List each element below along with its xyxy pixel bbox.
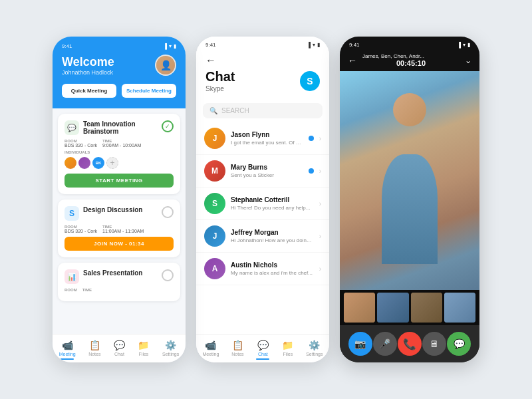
schedule-suffix: Meeting [152, 88, 172, 94]
signal-icon-2: ▐ [307, 42, 311, 48]
avatar-3: BK [92, 157, 104, 169]
individuals-label-1: INDIVIDUALS [65, 150, 174, 154]
back-button-3[interactable]: ← [348, 55, 357, 66]
wifi-icon: ▾ [169, 43, 172, 49]
screen-share-button[interactable]: 🖥 [422, 332, 446, 356]
nav-settings-1[interactable]: ⚙️ Settings [162, 340, 179, 360]
nav-notes-label-2: Notes [231, 352, 243, 356]
start-meeting-button[interactable]: START MEETING [65, 174, 174, 188]
chat-app-screen: 9:41 ▐ ▾ ▮ ← Chat Skype S 🔍 SEARCH J [196, 37, 329, 362]
meeting-card-1[interactable]: 💬 Team Innovation Brainstorm ✓ ROOM BDS … [58, 114, 180, 194]
meeting-title-3: Sales Presentation [83, 269, 162, 277]
wifi-icon-2: ▾ [313, 42, 315, 48]
room-value-2: BDS 320 - Cork [65, 229, 97, 233]
screens-container: 9:41 ▐ ▾ ▮ Welcome Johnathon Hadlock 👤 Q… [39, 23, 493, 376]
statusbar-3: 9:41 ▐ ▾ ▮ [340, 37, 479, 51]
chat-avatar-3: S [204, 193, 225, 214]
chat-button[interactable]: 💬 [447, 332, 471, 356]
nav-files-icon: 📁 [138, 340, 149, 350]
nav-notes-icon-2: 📋 [232, 340, 243, 350]
search-bar[interactable]: 🔍 SEARCH [203, 103, 323, 118]
chat-name-3: Stephanie Cotterill [231, 196, 314, 203]
nav-notes[interactable]: 📋 Notes [88, 340, 100, 360]
chat-item-5[interactable]: A Austin Nichols My name is alex and i'm… [196, 253, 329, 285]
chat-info-5: Austin Nichols My name is alex and i'm t… [231, 261, 314, 276]
meeting-title-1: Team Innovation Brainstorm [83, 120, 162, 135]
chat-info-3: Stephanie Cotterill Hi There! Do you nee… [231, 196, 314, 211]
chevron-right-2: › [319, 168, 321, 175]
time-label-3: TIME [82, 288, 92, 292]
nav-notes-label: Notes [88, 352, 100, 356]
chevron-right-5: › [319, 265, 321, 273]
meeting-icon-3: 📊 [65, 269, 79, 284]
chat-info-4: Jeffrey Morgan Hi Johnathon! How are you… [231, 229, 314, 243]
user-avatar[interactable]: 👤 [155, 55, 176, 76]
call-info: James, Ben, Chen, Andr... 00:45:10 [362, 53, 465, 67]
chevron-right-3: › [319, 200, 321, 207]
quick-meeting-button[interactable]: Quick Meeting [62, 84, 116, 98]
main-video-area [340, 71, 479, 290]
chat-preview-1: I got the email you sent. Of course... [231, 140, 303, 146]
camera-button[interactable]: 📷 [348, 332, 372, 356]
expand-icon[interactable]: ⌄ [465, 56, 471, 65]
room-label-3: ROOM [65, 288, 77, 292]
thumbnail-3 [411, 293, 442, 323]
status-icons-1: ▐ ▾ ▮ [163, 43, 176, 49]
thumbnail-2 [377, 293, 408, 323]
participant-thumbnails [340, 290, 479, 325]
room-col-1: ROOM BDS 320 - Cork [65, 139, 97, 148]
meetings-list: 💬 Team Innovation Brainstorm ✓ ROOM BDS … [53, 108, 186, 334]
card-header-2: S Design Discussion [65, 206, 174, 221]
meeting-check-2 [162, 206, 174, 218]
meeting-check-3 [162, 269, 174, 281]
nav-settings-2[interactable]: ⚙️ Settings [306, 340, 323, 360]
action-buttons: Quick Meeting Schedule Meeting [62, 84, 176, 98]
schedule-meeting-button[interactable]: Schedule Meeting [122, 84, 176, 98]
card-header-3: 📊 Sales Presentation [65, 269, 174, 284]
nav-files-icon-2: 📁 [282, 340, 293, 350]
chat-avatar-5: A [204, 258, 225, 279]
thumbnail-1 [344, 293, 375, 323]
nav-meeting[interactable]: 📹 Meeting [59, 340, 76, 360]
chat-preview-2: Sent you a Sticker [231, 172, 303, 178]
back-button[interactable]: ← [205, 55, 320, 66]
join-meeting-button[interactable]: JOIN NOW - 01:34 [65, 237, 174, 251]
username-label: Johnathon Hadlock [62, 69, 114, 76]
meeting-card-2[interactable]: S Design Discussion ROOM BDS 320 - Cork … [58, 200, 180, 257]
call-header: ← James, Ben, Chen, Andr... 00:45:10 ⌄ [340, 51, 479, 71]
nav-meeting-2[interactable]: 📹 Meeting [202, 340, 219, 360]
chat-avatar-1: J [204, 128, 225, 149]
chat-item-2[interactable]: M Mary Burns Sent you a Sticker › [196, 155, 329, 188]
chat-info-1: Jason Flynn I got the email you sent. Of… [231, 131, 303, 146]
nav-chat-label-2: Chat [258, 352, 268, 356]
avatar-2 [78, 157, 90, 169]
statusbar-1: 9:41 ▐ ▾ ▮ [62, 43, 176, 49]
chat-item-1[interactable]: J Jason Flynn I got the email you sent. … [196, 122, 329, 155]
nav-notes-2[interactable]: 📋 Notes [231, 340, 243, 360]
chat-title-row: Chat Skype S [205, 69, 320, 92]
unread-dot-2 [309, 168, 314, 174]
avatar-add[interactable]: + [106, 157, 118, 169]
chat-item-4[interactable]: J Jeffrey Morgan Hi Johnathon! How are y… [196, 220, 329, 253]
welcome-heading: Welcome [62, 55, 114, 69]
nav-chat-2[interactable]: 💬 Chat [256, 340, 269, 360]
nav-files[interactable]: 📁 Files [138, 340, 149, 360]
nav-chat-icon-2: 💬 [257, 340, 269, 350]
chat-item-3[interactable]: S Stephanie Cotterill Hi There! Do you n… [196, 188, 329, 220]
chat-avatar-4: J [204, 225, 225, 247]
call-timer: 00:45:10 [362, 59, 460, 67]
chat-name-1: Jason Flynn [231, 131, 303, 138]
card-header-1: 💬 Team Innovation Brainstorm ✓ [65, 120, 174, 135]
nav-chat-1[interactable]: 💬 Chat [114, 340, 125, 360]
time-col-1: TIME 9:00AM - 10:00AM [102, 139, 141, 148]
time-3: 9:41 [349, 42, 360, 48]
meeting-card-3[interactable]: 📊 Sales Presentation ROOM TIME [58, 263, 180, 301]
chevron-right-1: › [319, 135, 321, 142]
end-call-button[interactable]: 📞 [398, 332, 422, 356]
battery-icon-3: ▮ [467, 42, 470, 48]
chat-preview-3: Hi There! Do you need any help... [231, 205, 314, 211]
nav-settings-label-1: Settings [162, 352, 179, 356]
unread-dot-1 [309, 136, 314, 141]
nav-files-2[interactable]: 📁 Files [282, 340, 293, 360]
mute-button[interactable]: 🎤 [373, 332, 397, 356]
